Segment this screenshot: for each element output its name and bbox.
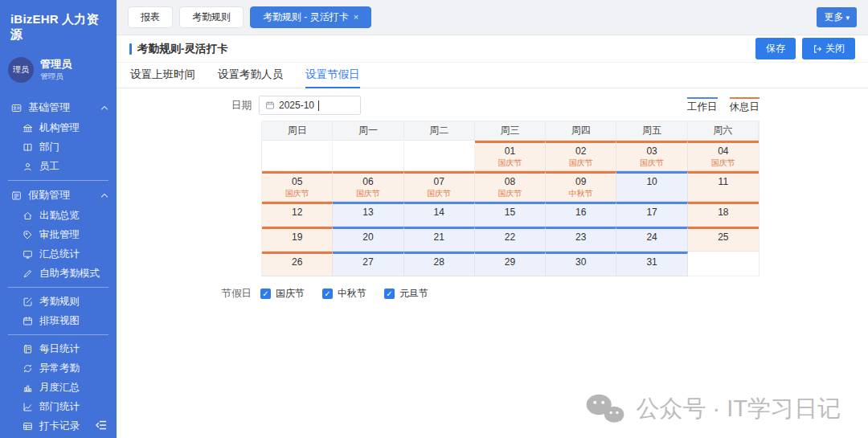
calendar-cell — [333, 141, 403, 171]
save-button[interactable]: 保存 — [755, 38, 796, 59]
sidebar-group-0[interactable]: 基础管理 — [0, 97, 117, 118]
calendar-cell[interactable]: 28 — [404, 252, 475, 276]
calendar-cell[interactable]: 09中秋节 — [546, 171, 616, 202]
sidebar-group-5[interactable]: 假勤管理 — [0, 185, 117, 206]
weekday-header: 周二 — [404, 121, 475, 141]
calendar-cell[interactable]: 04国庆节 — [688, 141, 759, 171]
window-tab-0[interactable]: 报表 — [128, 6, 173, 28]
calendar-cell[interactable]: 13 — [333, 202, 403, 227]
calendar-cell[interactable]: 26 — [262, 252, 333, 276]
holiday-checkbox[interactable]: ✓中秋节 — [322, 287, 366, 301]
sidebar-collapse-icon[interactable] — [95, 419, 109, 433]
calendar-cell[interactable]: 15 — [475, 202, 546, 227]
calendar-cell[interactable]: 23 — [546, 227, 616, 252]
holidays-row: 节假日 ✓国庆节✓中秋节✓元旦节 — [117, 287, 868, 301]
holiday-checkbox[interactable]: ✓元旦节 — [384, 287, 428, 301]
sidebar-item-7[interactable]: 审批管理 — [0, 225, 117, 244]
detail-tab-0[interactable]: 设置上班时间 — [130, 63, 195, 88]
main-area: 报表考勤规则考勤规则 - 灵活打卡× 更多 ▾ 考勤规则-灵活打卡 保存 关闭 — [117, 0, 868, 438]
calendar-cell[interactable]: 31 — [616, 252, 687, 276]
checkbox-icon[interactable]: ✓ — [322, 289, 333, 299]
calendar-cell[interactable]: 21 — [404, 227, 475, 252]
calendar-cell[interactable]: 05国庆节 — [262, 171, 333, 202]
sidebar-item-14[interactable]: 每日统计 — [0, 339, 117, 358]
chevron-up-icon — [101, 193, 108, 199]
sidebar-label: 基础管理 — [28, 100, 70, 115]
calendar-cell[interactable]: 29 — [475, 252, 546, 276]
detail-tab-1[interactable]: 设置考勤人员 — [218, 63, 283, 88]
day-number: 15 — [505, 207, 515, 218]
sidebar-label: 打卡记录 — [39, 420, 80, 433]
sidebar-item-16[interactable]: 月度汇总 — [0, 378, 117, 397]
text-caret — [318, 100, 319, 111]
day-number: 20 — [362, 232, 373, 243]
holiday-checkbox-label: 元旦节 — [399, 287, 428, 301]
close-button[interactable]: 关闭 — [802, 38, 855, 59]
calendar-cell[interactable]: 18 — [688, 202, 759, 227]
user-profile[interactable]: 理员 管理员 管理员 — [0, 46, 117, 86]
day-number: 02 — [575, 146, 586, 157]
calendar-cell[interactable]: 25 — [688, 227, 759, 252]
date-input[interactable]: 2025-10 — [259, 96, 361, 115]
app-root: iBizEHR 人力资源 理员 管理员 管理员 基础管理机构管理部门员工假勤管理… — [0, 0, 868, 438]
day-number: 16 — [575, 207, 586, 218]
calendar-cell[interactable]: 22 — [475, 227, 546, 252]
more-button[interactable]: 更多 ▾ — [817, 7, 857, 27]
sidebar: iBizEHR 人力资源 理员 管理员 管理员 基础管理机构管理部门员工假勤管理… — [0, 0, 117, 438]
window-tab-2[interactable]: 考勤规则 - 灵活打卡× — [250, 6, 371, 28]
calendar-cell[interactable]: 14 — [404, 202, 475, 227]
calendar-cell[interactable]: 12 — [262, 202, 333, 227]
calendar-cell[interactable]: 10 — [616, 171, 687, 202]
legend-restday[interactable]: 休息日 — [730, 97, 760, 114]
holiday-name: 国庆节 — [640, 158, 664, 167]
form-icon — [11, 190, 22, 201]
close-icon[interactable]: × — [354, 13, 358, 22]
sidebar-item-9[interactable]: 自助考勤模式 — [0, 264, 117, 283]
edit-icon — [23, 297, 33, 307]
tag-icon — [23, 230, 33, 240]
calendar-cell[interactable]: 01国庆节 — [475, 141, 546, 171]
calendar-cell[interactable]: 17 — [616, 202, 687, 227]
calendar-cell[interactable]: 27 — [333, 252, 403, 276]
detail-tab-2[interactable]: 设置节假日 — [305, 63, 360, 88]
calendar-cell[interactable]: 20 — [333, 227, 403, 252]
sidebar-item-6[interactable]: 出勤总览 — [0, 206, 117, 225]
legend-workday[interactable]: 工作日 — [687, 97, 718, 114]
calendar-cell[interactable]: 16 — [546, 202, 616, 227]
calendar-cell[interactable]: 24 — [616, 227, 687, 252]
calendar-cell[interactable]: 11 — [688, 171, 759, 202]
calendar-cell[interactable]: 19 — [262, 227, 333, 252]
calendar-cell[interactable]: 02国庆节 — [546, 141, 616, 171]
watermark-text: 公众号 · IT学习日记 — [636, 393, 841, 425]
calendar-cell[interactable]: 08国庆节 — [475, 171, 546, 202]
day-number: 10 — [646, 177, 657, 187]
sidebar-item-11[interactable]: 考勤规则 — [0, 292, 117, 311]
calendar-cell[interactable]: 30 — [546, 252, 616, 276]
sidebar-item-15[interactable]: 异常考勤 — [0, 358, 117, 378]
day-number: 23 — [575, 232, 586, 243]
calendar-cell — [262, 141, 333, 171]
holiday-checkbox[interactable]: ✓国庆节 — [260, 287, 305, 301]
calendar-cell[interactable]: 07国庆节 — [404, 171, 475, 202]
calendar-cell[interactable]: 06国庆节 — [333, 171, 403, 202]
avatar: 理员 — [8, 57, 34, 83]
sidebar-item-2[interactable]: 部门 — [0, 137, 117, 157]
sidebar-label: 机构管理 — [39, 121, 80, 135]
sidebar-item-1[interactable]: 机构管理 — [0, 118, 117, 137]
sidebar-item-12[interactable]: 排班视图 — [0, 311, 117, 330]
checkbox-icon[interactable]: ✓ — [384, 289, 395, 299]
day-number: 25 — [718, 232, 728, 243]
sidebar-item-17[interactable]: 部门统计 — [0, 397, 117, 416]
day-number: 21 — [434, 232, 444, 243]
day-number: 31 — [646, 257, 657, 268]
window-tab-1[interactable]: 考勤规则 — [179, 6, 244, 28]
sidebar-item-3[interactable]: 员工 — [0, 157, 117, 176]
sidebar-label: 出勤总览 — [39, 209, 80, 223]
calendar-icon — [23, 316, 33, 326]
calendar-cell — [688, 252, 759, 276]
checkbox-icon[interactable]: ✓ — [260, 289, 271, 299]
app-title: iBizEHR 人力资源 — [0, 0, 117, 46]
calendar-cell[interactable]: 03国庆节 — [616, 141, 687, 171]
weekday-header: 周三 — [475, 121, 546, 141]
sidebar-item-8[interactable]: 汇总统计 — [0, 244, 117, 264]
